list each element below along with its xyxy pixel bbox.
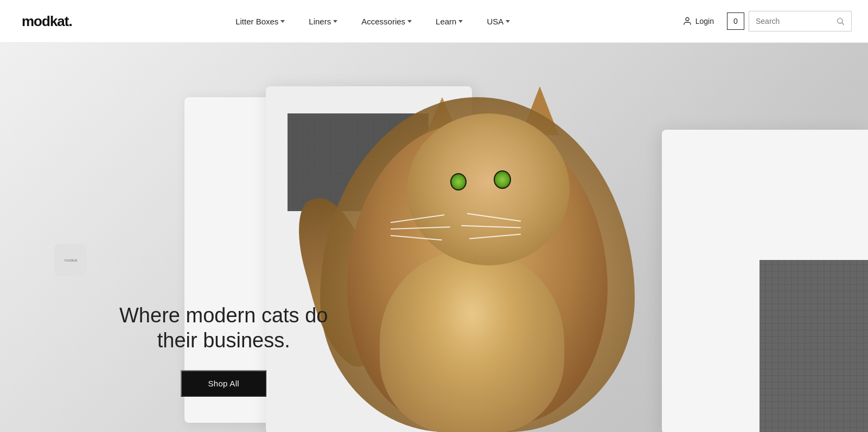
hero-section: modkat Where modern cats do their busine… xyxy=(0,43,868,432)
chevron-icon xyxy=(280,20,285,23)
nav-label-learn: Learn xyxy=(436,17,456,26)
nav-item-litter-boxes[interactable]: Litter Boxes xyxy=(224,0,297,43)
chevron-icon xyxy=(506,20,510,23)
product-box-right-grid xyxy=(760,260,868,432)
main-nav: Litter Boxes Liners Accessories Learn US… xyxy=(224,0,522,43)
login-button[interactable]: Login xyxy=(674,16,723,26)
search-box[interactable] xyxy=(749,11,852,31)
nav-label-liners: Liners xyxy=(309,17,331,26)
device-label: modkat xyxy=(64,258,76,263)
shop-all-button[interactable]: Shop All xyxy=(181,370,266,397)
cat-head xyxy=(407,113,570,265)
search-input[interactable] xyxy=(756,17,833,26)
hero-headline-line1: Where modern cats do xyxy=(119,304,328,327)
cart-count: 0 xyxy=(733,17,738,26)
nav-item-usa[interactable]: USA xyxy=(475,0,522,43)
site-header: modkat. Litter Boxes Liners Accessories … xyxy=(0,0,868,43)
cart-button[interactable]: 0 xyxy=(727,12,744,30)
hero-text: Where modern cats do their business. Sho… xyxy=(119,303,328,397)
nav-label-litter-boxes: Litter Boxes xyxy=(235,17,278,26)
cat-eye-right xyxy=(494,170,511,189)
chevron-icon xyxy=(407,20,412,23)
small-device: modkat xyxy=(54,244,87,276)
nav-item-accessories[interactable]: Accessories xyxy=(349,0,424,43)
hero-headline-line2: their business. xyxy=(157,329,290,352)
login-label: Login xyxy=(695,17,714,26)
nav-item-liners[interactable]: Liners xyxy=(297,0,349,43)
logo[interactable]: modkat. xyxy=(22,13,72,30)
svg-line-2 xyxy=(842,23,844,25)
user-icon xyxy=(682,16,692,26)
nav-item-learn[interactable]: Learn xyxy=(424,0,475,43)
nav-label-accessories: Accessories xyxy=(361,17,405,26)
svg-point-0 xyxy=(686,17,689,21)
cat-chest xyxy=(380,249,564,432)
nav-label-usa: USA xyxy=(487,17,503,26)
search-icon xyxy=(836,17,845,26)
chevron-icon xyxy=(458,20,463,23)
header-right: Login 0 xyxy=(674,11,852,31)
svg-point-1 xyxy=(838,18,843,23)
chevron-icon xyxy=(333,20,337,23)
hero-headline: Where modern cats do their business. xyxy=(119,303,328,353)
cat-eye-left xyxy=(450,173,467,190)
